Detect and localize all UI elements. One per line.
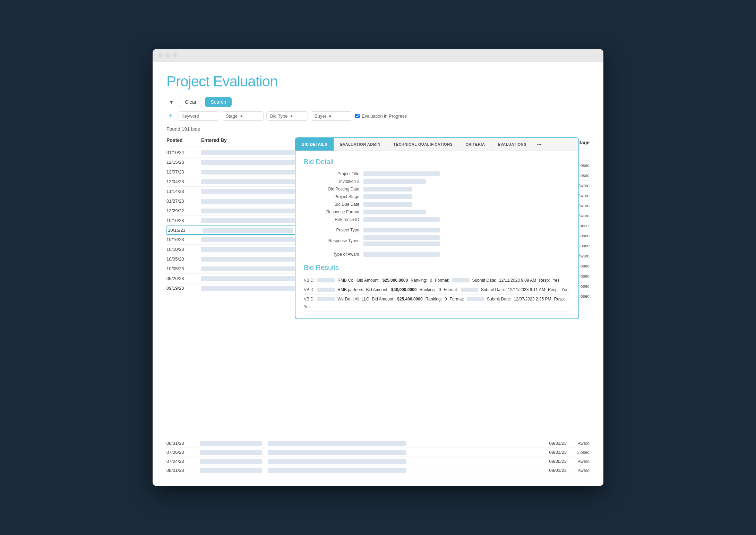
list-row[interactable]: 09/19/23 <box>166 283 298 293</box>
vbid-label: VBID: <box>304 297 315 302</box>
below-list-row[interactable]: 07/24/23 08/30/23 Award <box>166 457 590 466</box>
list-header: Posted Entered By <box>166 137 298 146</box>
row-date: 09/19/23 <box>166 286 201 291</box>
field-response-format-label: Response Format <box>304 210 359 214</box>
eval-in-progress-checkbox[interactable]: Evaluation in Progress <box>355 113 407 119</box>
minimize-button[interactable] <box>165 53 170 58</box>
page-title: Project Evaluation <box>166 73 590 90</box>
stage-filter[interactable]: Stage ■ <box>222 111 264 121</box>
below-left-date: 08/31/23 <box>166 441 194 446</box>
detail-panel: BID DETAILS EVALUATION ADMIN TECHNICAL Q… <box>295 137 579 319</box>
row-date: 10/10/23 <box>166 247 201 252</box>
main-content: Project Evaluation ▾ Clear Search + Keyw… <box>153 62 603 486</box>
company-name: We Do It All, LLC <box>337 297 369 302</box>
keyword-input[interactable]: Keyword <box>178 111 219 121</box>
list-row[interactable]: 12/04/23 <box>166 177 298 187</box>
below-stage: Award <box>572 459 590 464</box>
list-row[interactable]: 01/27/23 <box>166 196 298 206</box>
below-placeholder-2 <box>268 450 406 455</box>
below-right-date: 08/30/23 <box>549 459 567 464</box>
posted-header: Posted <box>166 137 201 143</box>
below-list-row[interactable]: 07/26/23 08/31/23 Closed <box>166 448 590 457</box>
list-row[interactable]: 10/16/23 <box>166 226 298 235</box>
row-date: 12/29/22 <box>166 208 201 213</box>
field-type-of-award-value <box>363 252 440 257</box>
tab-bid-details[interactable]: BID DETAILS <box>295 138 334 151</box>
row-date: 10/16/23 <box>168 228 203 233</box>
vbid-placeholder <box>317 278 335 282</box>
below-placeholder-2 <box>268 441 406 446</box>
below-list-row[interactable]: 08/31/23 08/31/23 Award <box>166 439 590 448</box>
company-name: RMB Co. <box>337 278 354 283</box>
row-name-placeholder <box>201 266 295 271</box>
list-row[interactable]: 12/29/22 <box>166 206 298 216</box>
list-row[interactable]: 10/05/23 <box>166 254 298 264</box>
bid-type-filter[interactable]: Bid Type ■ <box>266 111 308 121</box>
entered-by-header: Entered By <box>201 137 298 143</box>
field-invitation-label: Invitation # <box>304 179 359 184</box>
field-invitation-value <box>363 179 426 184</box>
bid-detail-title: Bid Detail <box>304 158 570 166</box>
submit-date-label: Submit Date: <box>481 287 505 292</box>
field-response-format-value <box>363 210 426 214</box>
field-reference-id-label: Reference ID <box>304 217 359 222</box>
ranking-label: Ranking: <box>426 297 442 302</box>
add-filter-button[interactable]: + <box>166 112 175 120</box>
eval-checkbox-input[interactable] <box>355 114 360 118</box>
row-date: 11/14/23 <box>166 189 201 194</box>
bid-amount-label: Bid Amount: <box>366 287 388 292</box>
detail-body: Bid Detail Project Title Invitation # Bi… <box>295 151 578 319</box>
found-count: Found 191 bids <box>166 126 590 132</box>
list-row[interactable]: 01/10/24 <box>166 148 298 158</box>
maximize-button[interactable] <box>173 53 177 58</box>
submit-date-label: Submit Date: <box>487 297 511 302</box>
submit-date: 12/11/2023 9:09 AM <box>499 278 536 283</box>
resp-value: Yes <box>561 287 568 292</box>
ranking: 0 <box>430 278 432 283</box>
tab-criteria[interactable]: CRITERIA <box>459 138 491 151</box>
row-name-placeholder <box>201 237 295 242</box>
list-row[interactable]: 10/05/23 <box>166 264 298 274</box>
below-placeholder-1 <box>200 441 262 446</box>
chevron-down-icon[interactable]: ▾ <box>166 97 176 107</box>
below-right-date: 08/31/23 <box>549 441 567 446</box>
bid-amount: $25,000.0000 <box>383 278 408 283</box>
row-name-placeholder <box>201 276 295 281</box>
filter-row: + Keyword Stage ■ Bid Type ■ Buyer ■ Eva… <box>166 111 590 121</box>
row-name-placeholder <box>201 150 295 155</box>
tab-technical-qualifications[interactable]: TECHNICAL QUALIFICATIONS <box>387 138 459 151</box>
list-row[interactable]: 10/16/23 <box>166 216 298 226</box>
tab-more[interactable]: ••• <box>533 138 546 151</box>
tab-evaluations[interactable]: EVALUATIONS <box>491 138 533 151</box>
below-list-row[interactable]: 08/01/23 08/01/23 Award <box>166 466 590 475</box>
row-date: 10/05/23 <box>166 256 201 262</box>
list-row[interactable]: 10/16/23 <box>166 235 298 245</box>
close-button[interactable] <box>158 53 163 58</box>
row-date: 12/04/23 <box>166 179 201 184</box>
field-project-stage-value <box>363 194 412 199</box>
row-name-placeholder <box>201 218 295 223</box>
format-placeholder <box>452 278 470 282</box>
list-row[interactable]: 12/07/23 <box>166 167 298 177</box>
list-row[interactable]: 10/10/23 <box>166 245 298 254</box>
row-date: 01/27/23 <box>166 198 201 204</box>
list-row[interactable]: 09/26/23 <box>166 274 298 283</box>
buyer-filter[interactable]: Buyer ■ <box>311 111 352 121</box>
list-row[interactable]: 12/15/23 <box>166 158 298 167</box>
clear-button[interactable]: Clear <box>179 97 202 107</box>
field-project-title-value <box>363 171 440 176</box>
ranking: 0 <box>445 297 447 302</box>
field-response-types-label: Response Types <box>304 235 359 246</box>
search-button[interactable]: Search <box>205 97 231 107</box>
row-date: 09/26/23 <box>166 276 201 281</box>
detail-tabs: BID DETAILS EVALUATION ADMIN TECHNICAL Q… <box>295 138 578 151</box>
below-left-date: 07/24/23 <box>166 459 194 464</box>
row-date: 12/15/23 <box>166 160 201 165</box>
tab-evaluation-admin[interactable]: EVALUATION ADMIN <box>334 138 387 151</box>
row-name-placeholder <box>201 189 295 194</box>
below-stage: Closed <box>572 450 590 455</box>
row-date: 10/16/23 <box>166 237 201 242</box>
list-row[interactable]: 11/14/23 <box>166 187 298 196</box>
row-date: 01/10/24 <box>166 150 201 155</box>
row-name-placeholder <box>201 199 295 204</box>
